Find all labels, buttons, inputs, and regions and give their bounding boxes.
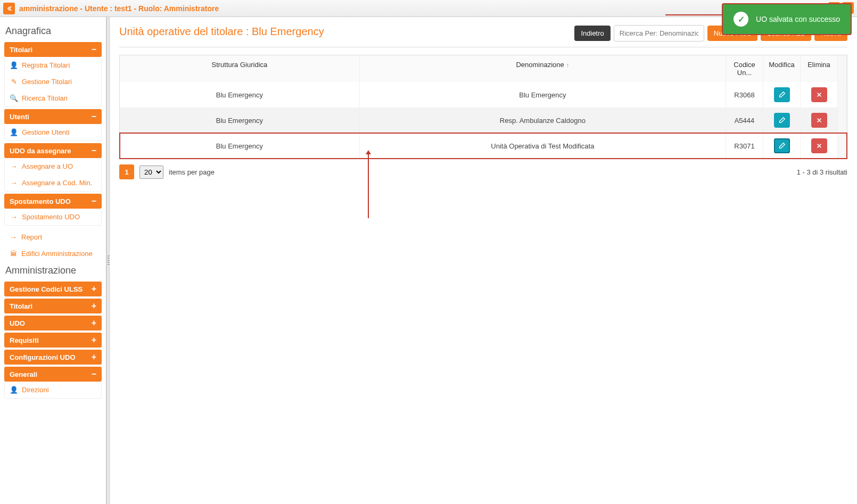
accordion-spostamento-udo[interactable]: Spostamento UDO−	[4, 194, 102, 209]
user-icon: 👤	[10, 386, 18, 394]
sidebar-item-assegnare-cod-min[interactable]: →Assegnare a Cod. Min.	[5, 175, 101, 191]
pager-label: items per page	[169, 168, 215, 176]
cell-delete	[801, 82, 838, 108]
sidebar-item-ricerca-titolari[interactable]: 🔍Ricerca Titolari	[5, 90, 101, 106]
plus-icon: +	[92, 353, 96, 361]
accordion-generali[interactable]: Generali−	[4, 367, 102, 382]
app-title: amministrazione - Utente : test1 - Ruolo…	[19, 4, 219, 13]
grid-scroll-gutter	[838, 55, 847, 82]
cell-structure: Blu Emergency	[120, 108, 360, 133]
sidebar-item-gestione-titolari[interactable]: ✎Gestione Titolari	[5, 73, 101, 90]
back-button[interactable]: Indietro	[574, 26, 610, 41]
pager-summary: 1 - 3 di 3 risultati	[797, 168, 847, 176]
table-row: Blu EmergencyBlu EmergencyR3068	[120, 82, 847, 108]
cell-code: A5444	[726, 108, 763, 133]
annotation-arrow-vertical	[368, 154, 369, 218]
accordion-gestione-codici-ulss[interactable]: Gestione Codici ULSS+	[4, 282, 102, 296]
cell-code: R3071	[726, 133, 763, 159]
minus-icon: −	[92, 370, 96, 378]
arrow-right-icon: →	[10, 179, 18, 187]
cell-denomination: Resp. Ambulanze Caldogno	[360, 108, 726, 133]
items-per-page-select[interactable]: 20	[139, 166, 163, 179]
divider	[119, 47, 847, 47]
user-plus-icon: 👤	[10, 61, 18, 69]
accordion-titolari[interactable]: Titolari−	[4, 42, 102, 57]
edit-button[interactable]	[774, 113, 790, 128]
plus-icon: +	[92, 319, 96, 327]
cell-structure: Blu Emergency	[120, 82, 360, 108]
minus-icon: −	[92, 112, 96, 121]
grid-header: Struttura Giuridica Denominazione↑ Codic…	[120, 55, 847, 82]
minus-icon: −	[92, 146, 96, 155]
sidebar-item-edifici[interactable]: 🏛Edifici Amministrazione	[4, 245, 102, 262]
cell-delete	[801, 108, 838, 133]
cell-modify	[763, 82, 801, 108]
cell-delete	[801, 133, 838, 159]
sidebar-item-spostamento-udo[interactable]: →Spostamento UDO	[5, 209, 101, 225]
data-grid: Struttura Giuridica Denominazione↑ Codic…	[119, 55, 847, 159]
check-circle-icon: ✓	[734, 12, 748, 27]
table-row: Blu EmergencyResp. Ambulanze CaldognoA54…	[120, 108, 847, 133]
edit-button[interactable]	[774, 87, 790, 102]
sidebar: Anagrafica Titolari− 👤Registra Titolari …	[0, 17, 106, 504]
col-header-delete[interactable]: Elimina	[801, 55, 838, 82]
success-toast: ✓ UO salvata con successo	[722, 3, 852, 35]
col-header-structure[interactable]: Struttura Giuridica	[120, 55, 360, 82]
accordion-configurazioni-udo[interactable]: Configurazioni UDO+	[4, 350, 102, 365]
accordion-titolari-admin[interactable]: Titolari+	[4, 299, 102, 313]
pager: 1 20 items per page 1 - 3 di 3 risultati	[119, 159, 847, 179]
accordion-udo-assegnare[interactable]: UDO da assegnare−	[4, 143, 102, 158]
delete-button[interactable]	[811, 113, 827, 128]
col-header-code[interactable]: Codice Un...	[726, 55, 763, 82]
accordion-udo[interactable]: UDO+	[4, 316, 102, 331]
main-content: Unità operative del titolare : Blu Emerg…	[110, 17, 857, 504]
sidebar-heading-amministrazione: Amministrazione	[5, 265, 102, 276]
toast-message: UO salvata con successo	[756, 15, 840, 23]
sidebar-item-assegnare-uo[interactable]: →Assegnare a UO	[5, 158, 101, 175]
edit-button[interactable]	[774, 138, 790, 153]
arrow-right-icon: →	[10, 162, 18, 170]
col-header-modify[interactable]: Modifica	[763, 55, 801, 82]
col-header-denomination[interactable]: Denominazione↑	[360, 55, 726, 82]
sidebar-item-direzioni[interactable]: 👤Direzioni	[5, 382, 101, 398]
building-icon: 🏛	[10, 250, 17, 258]
accordion-utenti[interactable]: Utenti−	[4, 109, 102, 124]
pager-current-page[interactable]: 1	[119, 164, 134, 179]
cell-structure: Blu Emergency	[120, 133, 360, 159]
delete-button[interactable]	[811, 87, 827, 102]
sidebar-collapse-button[interactable]	[3, 3, 15, 14]
sidebar-item-gestione-utenti[interactable]: 👤Gestione Utenti	[5, 124, 101, 141]
minus-icon: −	[92, 197, 96, 205]
sidebar-item-report[interactable]: →Report	[4, 229, 102, 245]
cell-code: R3068	[726, 82, 763, 108]
search-icon: 🔍	[10, 94, 18, 102]
user-cog-icon: 👤	[10, 128, 18, 136]
arrow-right-icon: →	[10, 233, 17, 241]
minus-icon: −	[92, 45, 96, 54]
cell-modify	[763, 133, 801, 159]
delete-button[interactable]	[811, 138, 827, 153]
grid-scroll-gutter	[838, 82, 847, 108]
sort-asc-icon: ↑	[566, 62, 570, 68]
table-row: Blu EmergencyUnità Operativa di Test Mod…	[120, 133, 847, 159]
accordion-requisiti[interactable]: Requisiti+	[4, 333, 102, 348]
cell-denomination: Blu Emergency	[360, 82, 726, 108]
cell-modify	[763, 108, 801, 133]
sidebar-heading-anagrafica: Anagrafica	[5, 26, 102, 37]
grid-scroll-gutter	[838, 108, 847, 133]
cell-denomination: Unità Operativa di Test Modificata	[360, 133, 726, 159]
grid-scroll-gutter	[838, 133, 847, 159]
arrow-right-icon: →	[10, 213, 18, 221]
sidebar-item-registra-titolari[interactable]: 👤Registra Titolari	[5, 57, 101, 73]
edit-icon: ✎	[10, 78, 18, 86]
plus-icon: +	[92, 285, 96, 293]
plus-icon: +	[92, 336, 96, 344]
plus-icon: +	[92, 302, 96, 310]
search-input[interactable]	[614, 25, 704, 42]
